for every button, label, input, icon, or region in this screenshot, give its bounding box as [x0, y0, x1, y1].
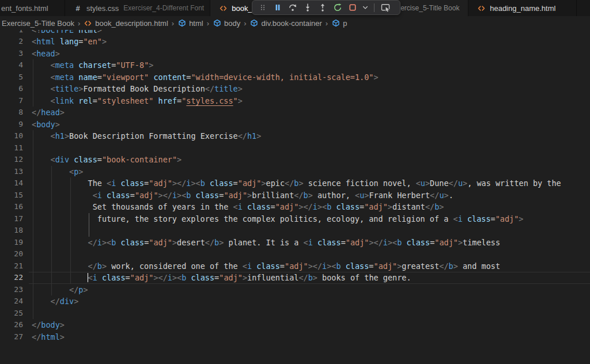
line-number[interactable]: 12: [0, 154, 23, 166]
chevron-right-icon: ›: [172, 19, 174, 28]
code-line-content[interactable]: <title>Formatted Book Description</title…: [23, 83, 243, 95]
line-number[interactable]: 25: [0, 308, 23, 320]
code-line-content[interactable]: The <i class="adj"></i><b class="adj">ep…: [23, 177, 561, 189]
line-number[interactable]: 18: [0, 225, 23, 237]
text-cursor: [88, 273, 89, 282]
line-number[interactable]: 1: [0, 30, 23, 36]
html-icon: [218, 3, 228, 13]
line-number[interactable]: 9: [0, 119, 23, 131]
breadcrumb-label: div.book-container: [262, 19, 322, 28]
code-line-14: 14 The <i class="adj"></i><b class="adj"…: [0, 177, 590, 189]
code-line-18: 18: [0, 225, 590, 237]
tab-ent-fonts-html[interactable]: ent_fonts.html: [0, 0, 65, 16]
code-line-content[interactable]: <meta name="viewport" content="width=dev…: [23, 71, 379, 84]
line-number[interactable]: 24: [0, 295, 23, 308]
line-number[interactable]: 5: [0, 71, 23, 84]
breadcrumb-item-div-book-container[interactable]: div.book-container: [250, 19, 322, 28]
chevron-down-icon[interactable]: [361, 1, 369, 14]
code-line-25: 25: [0, 308, 590, 320]
line-number[interactable]: 13: [0, 166, 23, 178]
restart-icon[interactable]: [331, 1, 344, 14]
pause-icon[interactable]: [271, 1, 284, 14]
line-number[interactable]: 19: [0, 237, 23, 249]
line-number[interactable]: 6: [0, 83, 23, 95]
line-number[interactable]: 10: [0, 130, 23, 142]
line-number[interactable]: 23: [0, 284, 23, 296]
step-into-icon[interactable]: [301, 1, 314, 14]
line-number[interactable]: 8: [0, 107, 23, 119]
line-number[interactable]: 27: [0, 331, 23, 343]
step-out-icon[interactable]: [316, 1, 329, 14]
line-number[interactable]: 15: [0, 189, 23, 202]
code-line-6: 6 <title>Formatted Book Description</tit…: [0, 83, 590, 95]
code-line-content[interactable]: </p>: [23, 284, 88, 296]
line-number[interactable]: 3: [0, 48, 23, 60]
breadcrumb-label: html: [189, 19, 203, 28]
breadcrumb-item-body[interactable]: body: [213, 19, 240, 28]
code-line-content[interactable]: </b> work, considered one of the <i clas…: [23, 260, 500, 272]
code-line-4: 4 <meta charset="UTF-8">: [0, 59, 590, 71]
stop-icon[interactable]: [346, 1, 359, 14]
breadcrumb-label: Exercise_5-Title Book: [2, 19, 74, 28]
line-number[interactable]: 20: [0, 248, 23, 260]
code-line-24: 24 </div>: [0, 295, 590, 308]
code-line-content[interactable]: Set thousands of years in the <i class="…: [23, 201, 444, 213]
code-line-20: 20: [0, 248, 590, 260]
code-line-3: 3<head>: [0, 48, 590, 60]
tab-styles-css[interactable]: #styles.cssExerciser_4-Different Font: [65, 0, 210, 16]
code-line-content[interactable]: <body>: [23, 119, 60, 131]
breadcrumb-item-book-description-html[interactable]: book_description.html: [84, 19, 168, 28]
code-line-content[interactable]: </i><b class="adj">desert</b> planet. It…: [23, 237, 500, 249]
code-line-content[interactable]: <i class="adj"></i><b class="adj">brilli…: [23, 189, 453, 202]
html-icon: [476, 3, 486, 13]
code-line-12: 12 <div class="book-container">: [0, 154, 590, 166]
breadcrumb: Exercise_5-Title Book›book_description.h…: [0, 16, 590, 30]
code-line-5: 5 <meta name="viewport" content="width=d…: [0, 71, 590, 84]
editor[interactable]: 1<!DOCTYPE html>2<html lang="en">3<head>…: [0, 30, 590, 364]
line-number[interactable]: 7: [0, 95, 23, 107]
code-line-content[interactable]: </html>: [23, 331, 65, 343]
step-over-icon[interactable]: [286, 1, 299, 14]
breadcrumb-item-exercise-5-title-book[interactable]: Exercise_5-Title Book: [2, 19, 74, 28]
code-line-15: 15 <i class="adj"></i><b class="adj">bri…: [0, 189, 590, 202]
code-line-content[interactable]: <h1>Book Description Formatting Exercise…: [23, 130, 261, 142]
code-line-content[interactable]: future, the story explores the complex p…: [23, 213, 523, 225]
code-line-22: 22 <i class="adj"></i><b class="adj">inf…: [0, 272, 590, 284]
chevron-right-icon: ›: [78, 19, 80, 28]
symbol-cube-icon: [177, 19, 186, 28]
line-number[interactable]: 2: [0, 36, 23, 48]
code-line-content[interactable]: <!DOCTYPE html>: [23, 30, 102, 36]
code-line-content[interactable]: <html lang="en">: [23, 36, 107, 48]
code-line-content[interactable]: </head>: [23, 107, 65, 119]
screencast-icon[interactable]: [379, 1, 392, 14]
code-line-19: 19 </i><b class="adj">desert</b> planet.…: [0, 237, 590, 249]
tab-description: Exercise_5-Title Book: [392, 4, 459, 12]
line-number[interactable]: 17: [0, 213, 23, 225]
line-number[interactable]: 21: [0, 260, 23, 272]
line-number[interactable]: 14: [0, 177, 23, 189]
indent-guide: [51, 248, 52, 260]
tab-label: styles.css: [86, 4, 119, 13]
line-number[interactable]: 22: [0, 272, 23, 284]
code-line-content[interactable]: </div>: [23, 295, 78, 308]
gripper-icon[interactable]: [256, 1, 269, 14]
line-number[interactable]: 26: [0, 319, 23, 331]
tab-heading-name-html[interactable]: heading_name.html: [468, 0, 577, 16]
code-line-content[interactable]: <div class="book-container">: [23, 154, 181, 166]
code-line-content[interactable]: <head>: [23, 48, 60, 60]
breadcrumb-item-html[interactable]: html: [177, 19, 203, 28]
code-line-11: 11: [0, 142, 590, 154]
code-line-content[interactable]: <i class="adj"></i><b class="adj">influe…: [23, 272, 411, 284]
chevron-right-icon: ›: [326, 19, 328, 28]
line-number[interactable]: 16: [0, 201, 23, 213]
indent-guide: [33, 142, 33, 154]
code-line-content[interactable]: <p>: [23, 166, 83, 178]
line-number[interactable]: 4: [0, 59, 23, 71]
breadcrumb-item-p[interactable]: p: [331, 19, 347, 28]
code-line-content[interactable]: <link rel="stylesheet" href="styles.css"…: [23, 95, 243, 107]
line-number[interactable]: 11: [0, 142, 23, 154]
indent-guide: [51, 225, 52, 237]
code-line-26: 26</body>: [0, 319, 590, 331]
code-line-content[interactable]: <meta charset="UTF-8">: [23, 59, 153, 71]
code-line-content[interactable]: </body>: [23, 319, 65, 331]
